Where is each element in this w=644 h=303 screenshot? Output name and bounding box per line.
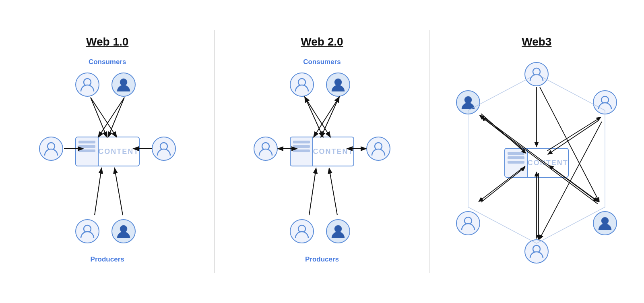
svg-line-8 [91,98,116,137]
web1-left-user [39,137,63,161]
web1-title: Web 1.0 [86,35,128,48]
svg-line-27 [329,169,337,215]
web3-user-top [524,62,549,86]
web1-diagram: Consumers [35,58,180,268]
svg-point-1 [120,79,127,86]
web1-content-label: CONTENT [99,137,139,166]
web3-user-topright [593,90,617,114]
svg-line-23 [314,98,339,137]
web2-consumers-label: Consumers [303,58,341,66]
svg-point-15 [334,79,342,86]
section-web3: Web3 [429,0,644,303]
svg-line-22 [305,98,330,137]
web3-user-topleft [456,90,480,114]
web2-title: Web 2.0 [301,35,343,48]
web3-user-bottom [524,239,549,264]
web2-producers-label: Producers [305,255,339,264]
svg-line-39 [480,116,524,151]
web3-user-bottomleft [456,211,480,235]
main-container: Web 1.0 Consumers [0,0,644,303]
svg-line-13 [115,169,123,215]
web1-right-user [152,137,176,161]
svg-line-21 [321,98,339,137]
svg-line-7 [108,98,124,137]
web1-producer2 [111,219,136,243]
svg-line-12 [95,169,101,215]
web1-content-box: CONTENT [75,137,140,166]
web2-diagram: Consumers [250,58,394,268]
svg-line-20 [305,98,323,137]
svg-line-46 [540,87,599,201]
svg-line-36 [547,118,600,151]
web1-consumer2 [111,73,136,97]
svg-line-6 [91,98,107,137]
web1-producer1 [75,219,99,243]
svg-point-5 [120,225,127,232]
svg-line-9 [99,98,124,137]
web2-producer1 [290,219,314,243]
svg-line-47 [540,122,602,239]
section-web1: Web 1.0 Consumers [0,0,215,303]
web2-content-box: CONTENT [290,137,354,166]
svg-point-32 [601,217,609,224]
web1-producers-label: Producers [91,255,124,264]
web2-right-user [366,137,390,161]
web2-consumer1 [290,73,314,97]
web1-consumer1 [75,73,99,97]
web2-left-user [254,137,278,161]
svg-point-19 [334,225,342,232]
web1-consumers-label: Consumers [89,58,126,66]
web3-content-box: CONTENT [504,148,569,178]
svg-point-30 [464,96,472,104]
web3-user-bottomright [593,211,617,235]
web2-producer2 [326,219,350,243]
section-web2: Web 2.0 Consumers [215,0,429,303]
web2-consumer2 [326,73,350,97]
svg-line-38 [481,114,525,153]
web3-content-label: CONTENT [528,149,568,177]
web3-title: Web3 [522,35,551,48]
web2-content-label: CONTENT [313,137,353,166]
svg-line-26 [309,169,316,215]
web3-diagram: CONTENT [448,58,625,268]
